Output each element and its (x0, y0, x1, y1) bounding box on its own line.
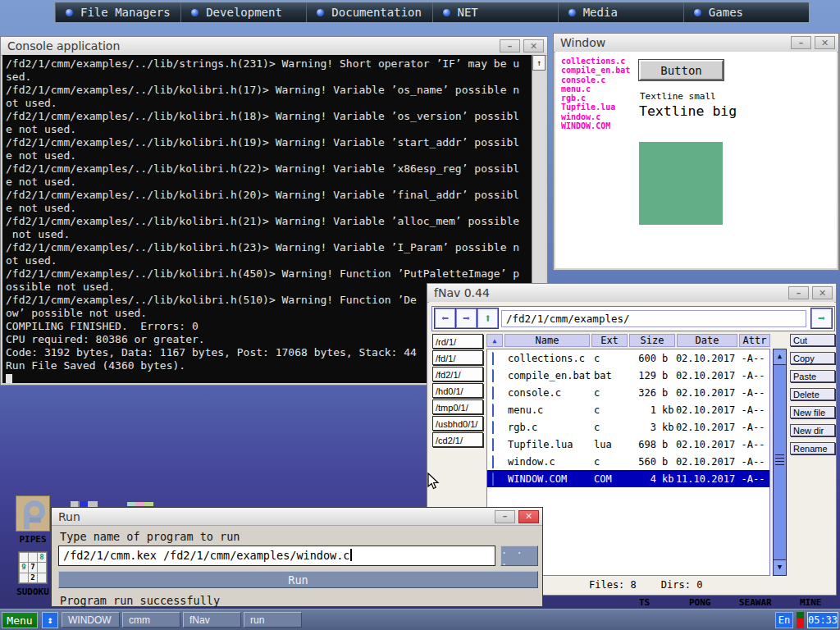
back-button[interactable]: ⬅ (435, 308, 455, 328)
hidden-icon-fragment (127, 502, 153, 506)
file-icon (492, 472, 494, 486)
scroll-up-icon[interactable]: ↑ (532, 55, 546, 71)
action-button[interactable]: Cut (790, 334, 835, 346)
file-row[interactable]: Tupfile.lua lua 698b 02.10.2017 -A-- (487, 436, 769, 453)
go-button[interactable]: ➡ (811, 308, 832, 328)
keyboard-layout-button[interactable]: En (775, 612, 793, 628)
file-date: 02.10.2017 (674, 422, 737, 433)
menu-bullet-icon (191, 9, 199, 16)
file-date: 02.10.2017 (674, 439, 737, 450)
minimize-button[interactable] (500, 39, 520, 52)
menu-item[interactable]: NET (432, 2, 558, 22)
file-row[interactable]: rgb.c c 3kb 02.10.2017 -A-- (487, 418, 769, 436)
file-row[interactable]: window.c c 560b 02.10.2017 -A-- (487, 453, 769, 470)
file-row[interactable]: WINDOW.COM COM 4kb 11.10.2017 -A-- (487, 470, 769, 487)
file-attr: -A-- (737, 370, 769, 381)
minimize-all-button[interactable]: ↕ (42, 612, 58, 628)
window-demo-content: collections.ccompile_en.batconsole.cmenu… (555, 52, 837, 268)
updown-icon: ↕ (47, 614, 52, 626)
task-button[interactable]: cmm (122, 612, 180, 628)
action-button[interactable]: Copy (790, 352, 835, 364)
drive-button[interactable]: /usbhd0/1/ (432, 416, 483, 431)
file-row[interactable]: menu.c c 1kb 02.10.2017 -A-- (487, 401, 769, 418)
file-size: 129b (628, 370, 674, 381)
drive-button[interactable]: /fd2/1/ (432, 367, 483, 381)
demo-button[interactable]: Button (639, 60, 724, 80)
close-button[interactable] (518, 510, 539, 523)
sudoku-cell (38, 563, 46, 572)
desktop-icon-label-seawar[interactable]: SEAWAR (739, 597, 772, 608)
close-button[interactable] (523, 39, 544, 52)
textline-small: Textline small (640, 91, 716, 102)
forward-button[interactable]: ➡ (456, 308, 477, 328)
action-button[interactable]: Delete (790, 388, 835, 400)
run-titlebar[interactable]: Run (52, 508, 542, 526)
file-row[interactable]: compile_en.bat bat 129b 02.10.2017 -A-- (487, 367, 769, 384)
console-line: /fd2/1/cmm/examples/../lib/kolibri.h(23)… (6, 241, 532, 254)
column-attr[interactable]: Attr (739, 334, 770, 347)
text-caret (350, 549, 352, 561)
console-line: /fd2/1/cmm/examples/../lib/kolibri.h(20)… (6, 189, 532, 202)
file-date: 02.10.2017 (674, 353, 737, 364)
window-demo-app: Window collections.ccompile_en.batconsol… (553, 33, 839, 271)
scroll-up-icon[interactable]: ▲ (774, 349, 786, 365)
minimize-button[interactable] (788, 286, 809, 299)
close-button[interactable] (815, 36, 835, 49)
task-button[interactable]: run (244, 612, 302, 628)
console-line: e not used. (6, 123, 532, 136)
close-button[interactable] (812, 286, 833, 299)
column-icon[interactable]: ▲ (486, 334, 503, 347)
file-name: compile_en.bat (505, 370, 591, 381)
start-menu-button[interactable]: Menu (2, 612, 38, 628)
menu-item[interactable]: Media (558, 2, 683, 22)
file-row[interactable]: console.c c 326b 02.10.2017 -A-- (487, 384, 769, 401)
task-list: WINDOWcmmfNavrun (62, 612, 302, 628)
textline-big: Textline big (639, 103, 737, 119)
desktop-icon-sudoku[interactable]: 8972 SUDOKU (10, 551, 56, 597)
menu-item[interactable]: Games (683, 2, 809, 22)
column-size[interactable]: Size (629, 334, 675, 347)
minimize-button[interactable] (495, 510, 515, 523)
task-button[interactable]: WINDOW (62, 612, 120, 628)
file-date: 02.10.2017 (674, 387, 737, 399)
file-row[interactable]: collections.c c 600b 02.10.2017 -A-- (487, 349, 769, 367)
console-titlebar[interactable]: Console application (1, 37, 547, 56)
minimize-button[interactable] (791, 36, 811, 49)
file-list-scrollbar[interactable]: ▲ ▼ (773, 349, 787, 576)
action-button[interactable]: Paste (790, 370, 835, 382)
column-name[interactable]: Name (504, 334, 590, 347)
desktop-icon-label-ts[interactable]: TS (639, 597, 650, 608)
drive-button[interactable]: /rd/1/ (432, 334, 483, 349)
drive-button[interactable]: /tmp0/1/ (432, 399, 483, 414)
window-titlebar[interactable]: Window (554, 34, 838, 52)
menu-item[interactable]: File Managers (55, 2, 180, 22)
fnav-titlebar[interactable]: fNav 0.44 (427, 284, 836, 303)
scroll-grip[interactable] (775, 454, 784, 465)
action-button[interactable]: New file (790, 406, 835, 418)
menu-item-label: Games (709, 6, 743, 19)
desktop-icon-label-mine[interactable]: MINE (800, 597, 822, 608)
file-icon (492, 455, 494, 468)
command-input[interactable]: /fd2/1/cmm.kex /fd2/1/cmm/examples/windo… (58, 546, 495, 566)
column-date[interactable]: Date (677, 334, 737, 347)
drive-button[interactable]: /cd2/1/ (432, 432, 483, 447)
drive-button[interactable]: /hd0/1/ (432, 383, 483, 398)
file-actions: CutCopyPasteDeleteNew fileNew dirRename (790, 334, 835, 460)
column-ext[interactable]: Ext (591, 334, 628, 347)
menu-item[interactable]: Development (180, 2, 306, 22)
clock[interactable]: 05:33 (807, 612, 838, 628)
drive-button[interactable]: /fd/1/ (432, 350, 483, 365)
task-button[interactable]: fNav (183, 612, 241, 628)
browse-button[interactable]: . . . (500, 546, 538, 566)
menu-item[interactable]: Documentation (306, 2, 431, 22)
action-button[interactable]: New dir (790, 424, 835, 436)
scroll-down-icon[interactable]: ▼ (774, 559, 786, 575)
file-name: Tupfile.lua (505, 439, 591, 450)
file-name-text: menu.c (561, 84, 630, 94)
action-button[interactable]: Rename (790, 442, 835, 454)
path-input[interactable]: /fd2/1/cmm/examples/ (501, 310, 806, 327)
file-name: rgb.c (505, 422, 591, 433)
up-button[interactable]: ⬆ (477, 308, 498, 328)
run-button[interactable]: Run (58, 571, 538, 588)
desktop-icon-label-pong[interactable]: PONG (689, 597, 711, 608)
